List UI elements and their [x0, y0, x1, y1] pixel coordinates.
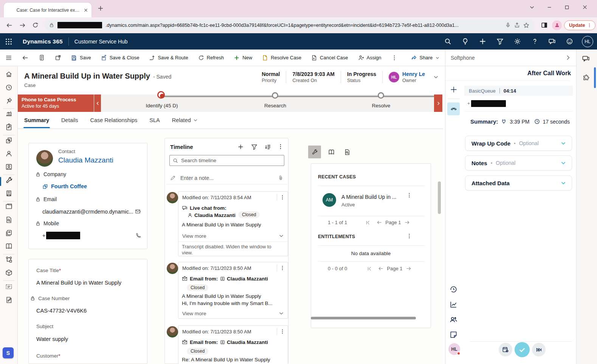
lightbulb-icon[interactable]: [456, 33, 474, 50]
user-avatar[interactable]: HL: [578, 33, 597, 50]
note-input[interactable]: Enter a note...: [166, 172, 287, 184]
assign-button[interactable]: Assign: [358, 55, 381, 61]
timeline-entry-livechat[interactable]: Modified on: 7/11/2023 8:54 AM Live chat…: [178, 191, 288, 256]
bpf-stage-identify-label[interactable]: Identify (45 D): [146, 103, 178, 108]
record-set-icon[interactable]: [39, 54, 45, 61]
plugin-puzzle-icon[interactable]: [582, 74, 589, 82]
call-history-icon[interactable]: [450, 285, 458, 294]
sidebar-products-icon[interactable]: [5, 269, 13, 277]
address-bar[interactable]: .dynamics.com/main.aspx?appid=6685b74b-f…: [45, 20, 534, 31]
view-more-toggle[interactable]: View more: [178, 231, 288, 241]
s-app-badge[interactable]: S: [3, 347, 14, 358]
browser-profile-avatar[interactable]: [551, 20, 563, 31]
sidebar-recent-icon[interactable]: [5, 84, 13, 91]
form-scrollbar-thumb[interactable]: [438, 181, 441, 214]
browser-tab[interactable]: Case: Case for Interactive experie: [4, 3, 91, 17]
view-more-toggle[interactable]: View more: [178, 308, 288, 318]
bookmark-star-icon[interactable]: [523, 22, 529, 28]
sidebar-article-search-icon[interactable]: [5, 216, 13, 224]
new-session-plus-icon[interactable]: [450, 86, 457, 93]
quick-create-plus-icon[interactable]: [474, 33, 491, 50]
waffle-icon[interactable]: [0, 33, 17, 50]
sidebar-contacts-icon[interactable]: [5, 150, 13, 158]
feedback-smiley-icon[interactable]: [561, 33, 578, 50]
timeline-search-input[interactable]: Search timeline: [169, 155, 284, 166]
recent-case-more-icon[interactable]: [406, 192, 412, 198]
email-value[interactable]: claudiamazzanti@crmdemo.dynamic...: [42, 209, 135, 215]
prev-page-icon[interactable]: [378, 266, 384, 271]
schedule-callback-button[interactable]: [499, 343, 512, 356]
tab-related[interactable]: Related: [172, 117, 198, 123]
wrapup-code-accordion[interactable]: Wrap Up Code Optional: [465, 136, 572, 151]
app-name[interactable]: Customer Service Hub: [74, 39, 128, 45]
back-button[interactable]: [4, 20, 15, 31]
conversations-icon[interactable]: [582, 55, 590, 63]
bpf-stage-resolve-dot[interactable]: [378, 92, 384, 99]
collapse-pane-chevron-icon[interactable]: [565, 55, 571, 60]
sidebar-drafts-icon[interactable]: [5, 296, 13, 304]
filter-icon[interactable]: [491, 33, 509, 50]
active-call-session-tab[interactable]: [447, 102, 460, 115]
entry-more-icon[interactable]: [277, 195, 288, 200]
sidebar-pinned-icon[interactable]: [5, 97, 13, 105]
sidebar-entities-flow-icon[interactable]: [5, 256, 13, 263]
dynamics-brand[interactable]: Dynamics 365: [23, 38, 63, 45]
refresh-command-button[interactable]: Refresh: [198, 55, 224, 61]
global-search-icon[interactable]: [439, 33, 456, 50]
tab-close-icon[interactable]: [83, 8, 88, 13]
sidebar-dashboards-icon[interactable]: [5, 110, 13, 118]
contact-photo[interactable]: [36, 150, 53, 167]
bpf-stage-research-label[interactable]: Research: [264, 103, 286, 108]
bpf-scroll-right-icon[interactable]: [434, 94, 442, 112]
teams-chat-icon[interactable]: [543, 33, 561, 50]
new-button[interactable]: New: [234, 55, 252, 61]
tab-search-chevron-icon[interactable]: [526, 2, 538, 12]
bpf-stage-identify-dot[interactable]: [157, 91, 165, 99]
phone-call-icon[interactable]: [135, 232, 141, 239]
sidebar-templates-icon[interactable]: [5, 229, 13, 237]
site-map-toggle-icon[interactable]: [5, 54, 12, 61]
tab-summary[interactable]: Summary: [24, 117, 49, 123]
go-back-icon[interactable]: [22, 54, 29, 61]
entitlements-more-icon[interactable]: [406, 233, 412, 239]
resolve-case-button[interactable]: Resolve Case: [262, 55, 301, 61]
sidebar-social-profiles-icon[interactable]: [5, 163, 13, 171]
entry-more-icon[interactable]: [277, 265, 288, 271]
company-link[interactable]: Fourth Coffee: [51, 183, 87, 189]
prev-page-icon[interactable]: [377, 220, 382, 225]
bpf-scroll-left-icon[interactable]: [94, 94, 101, 112]
contacts-directory-icon[interactable]: [450, 316, 458, 324]
tab-sla[interactable]: SLA: [149, 117, 160, 123]
refpanel-hscrollbar-thumb[interactable]: [311, 317, 416, 319]
forward-button[interactable]: [17, 20, 28, 31]
sidebar-home-icon[interactable]: [5, 71, 13, 78]
sidebar-knowledge-icon[interactable]: [5, 203, 13, 211]
paperclip-icon[interactable]: [278, 175, 284, 181]
save-button[interactable]: Save: [71, 55, 91, 61]
timeline-more-icon[interactable]: [278, 144, 284, 150]
skip-acw-button[interactable]: [532, 343, 546, 356]
complete-acw-button[interactable]: [515, 342, 530, 357]
first-page-icon[interactable]: [365, 220, 371, 225]
next-page-icon[interactable]: [404, 220, 410, 225]
sidebar-queues-icon[interactable]: [5, 190, 13, 197]
tab-details[interactable]: Details: [61, 117, 78, 123]
window-minimize-button[interactable]: [544, 2, 555, 12]
share-button[interactable]: Share: [411, 55, 440, 61]
header-expand-chevron-icon[interactable]: [433, 74, 439, 80]
entry-more-icon[interactable]: [277, 329, 288, 334]
agent-avatar[interactable]: HL: [448, 343, 460, 355]
sidebar-activities-icon[interactable]: [5, 124, 13, 131]
notes-accordion[interactable]: Notes Optional: [465, 155, 572, 170]
help-icon[interactable]: [526, 33, 543, 50]
browser-update-button[interactable]: Update: [564, 20, 595, 30]
window-close-button[interactable]: [579, 2, 591, 12]
timeline-filter-icon[interactable]: [251, 144, 257, 150]
bpf-stage-research-dot[interactable]: [272, 92, 278, 99]
analytics-icon[interactable]: [450, 300, 458, 309]
tab-case-relationships[interactable]: Case Relationships: [90, 117, 137, 123]
sidebar-panel-icon[interactable]: [538, 20, 550, 31]
microphone-icon[interactable]: [505, 22, 511, 28]
sidebar-accounts-icon[interactable]: [5, 137, 13, 144]
save-and-close-button[interactable]: Save & Close: [101, 55, 140, 61]
